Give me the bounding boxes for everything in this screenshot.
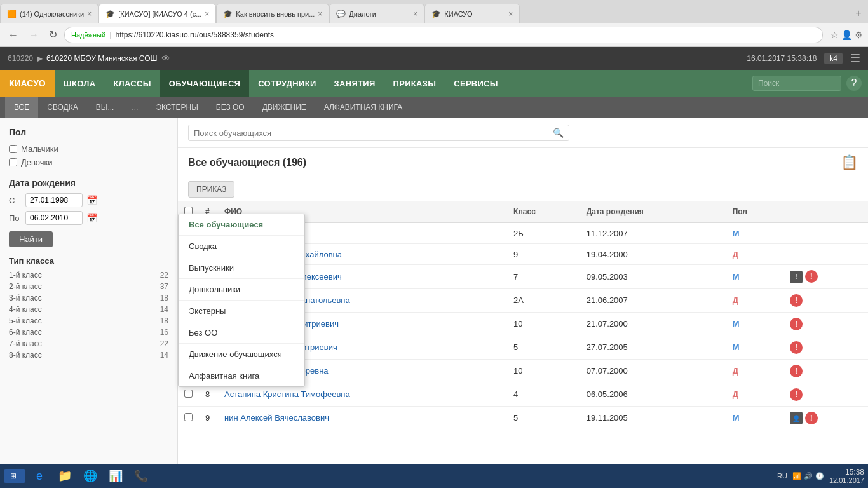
- row-gender-0: М: [726, 222, 783, 244]
- tab-close-tab3[interactable]: ×: [318, 10, 322, 18]
- browser-tab-tab3[interactable]: 🎓 Как вносить вновь при... ×: [216, 4, 329, 23]
- start-button[interactable]: ⊞: [4, 469, 25, 483]
- person-icon[interactable]: 👤: [790, 412, 803, 424]
- search-input[interactable]: [194, 128, 553, 138]
- dropdown-menu[interactable]: Все обучающиесяСводкаВыпускникиДошкольни…: [178, 214, 305, 387]
- info-icon[interactable]: !: [790, 271, 803, 283]
- row-checkbox-8[interactable]: [178, 406, 199, 430]
- dropdown-item-external[interactable]: Экстерны: [179, 301, 304, 322]
- new-tab-button[interactable]: +: [849, 4, 868, 23]
- dropdown-item-alphabet[interactable]: Алфавитная книга: [179, 365, 304, 386]
- profile-button[interactable]: 👤: [841, 30, 852, 40]
- nav-search-input[interactable]: [752, 76, 841, 91]
- taskbar-viber-btn[interactable]: 📞: [130, 466, 153, 485]
- taskbar-btn4[interactable]: 📊: [104, 466, 127, 485]
- row-alerts-4: !: [783, 312, 868, 336]
- reload-button[interactable]: ↻: [46, 27, 60, 42]
- tab-close-tab2[interactable]: ×: [205, 10, 209, 18]
- nav-search: ?: [752, 76, 868, 91]
- class-type-label-6: 7-й класс: [9, 339, 42, 348]
- nav-item-staff[interactable]: СОТРУДНИКИ: [249, 70, 325, 97]
- order-button[interactable]: ПРИКАЗ: [188, 181, 234, 198]
- nav-item-lessons[interactable]: ЗАНЯТИЯ: [325, 70, 384, 97]
- warn-icon[interactable]: !: [790, 341, 803, 354]
- dropdown-item-movement[interactable]: Движение обучающихся: [179, 344, 304, 365]
- warn-icon[interactable]: !: [790, 388, 803, 401]
- help-button[interactable]: ?: [846, 76, 862, 91]
- address-field[interactable]: Надёжный | https://610220.kiasuo.ru/ous/…: [64, 27, 823, 43]
- browser-tab-tab4[interactable]: 💬 Диалоги ×: [329, 4, 424, 23]
- taskbar-ie-btn[interactable]: e: [28, 466, 51, 485]
- sub-nav-item-graduates[interactable]: ВЫ...: [87, 97, 123, 118]
- sub-nav-item-preschool[interactable]: ...: [123, 97, 147, 118]
- nav-item-orders[interactable]: ПРИКАЗЫ: [384, 70, 445, 97]
- class-type-row-3[interactable]: 4-й класс 14: [9, 304, 168, 315]
- calendar-from-icon[interactable]: 📅: [86, 195, 99, 205]
- male-checkbox[interactable]: [9, 145, 17, 153]
- dropdown-item-all[interactable]: Все обучающиеся: [179, 214, 304, 236]
- tab-close-tab4[interactable]: ×: [413, 10, 417, 18]
- sub-nav-item-noorg[interactable]: БЕЗ ОО: [207, 97, 254, 118]
- dropdown-item-noorg[interactable]: Без ОО: [179, 322, 304, 344]
- tab-title-tab5: КИАСУО: [444, 10, 505, 18]
- tab-close-tab5[interactable]: ×: [508, 10, 513, 18]
- date-to-input[interactable]: [25, 211, 83, 225]
- dropdown-item-preschool[interactable]: Дошкольники: [179, 279, 304, 301]
- class-type-row-0[interactable]: 1-й класс 22: [9, 269, 168, 281]
- warn-icon[interactable]: !: [805, 412, 818, 424]
- row-name-8[interactable]: нин Алексей Вячеславович: [218, 406, 507, 430]
- taskbar-chrome-btn[interactable]: 🌐: [79, 466, 102, 485]
- sub-nav: ВСЕСВОДКАВЫ......ЭКСТЕРНЫБЕЗ ООДВИЖЕНИЕА…: [0, 97, 868, 118]
- table-row[interactable]: 9 нин Алексей Вячеславович 5 19.11.2005 …: [178, 406, 868, 430]
- forward-button[interactable]: →: [25, 28, 42, 42]
- warn-icon[interactable]: !: [790, 318, 803, 330]
- nav-item-classes[interactable]: КЛАССЫ: [104, 70, 159, 97]
- row-class-4: 10: [507, 312, 580, 336]
- female-option[interactable]: Девочки: [9, 156, 168, 169]
- brand-logo[interactable]: КИАСУО: [0, 70, 55, 97]
- find-button[interactable]: Найти: [9, 231, 53, 247]
- male-option[interactable]: Мальчики: [9, 142, 168, 156]
- date-from-input[interactable]: [25, 193, 83, 207]
- warn-icon[interactable]: !: [805, 270, 818, 283]
- taskbar-explorer-btn[interactable]: 📁: [53, 466, 76, 485]
- calendar-to-icon[interactable]: 📅: [86, 213, 99, 223]
- extensions-button[interactable]: ⚙: [855, 30, 863, 40]
- class-type-row-4[interactable]: 5-й класс 18: [9, 315, 168, 327]
- tab-title-tab1: (14) Одноклассники: [20, 10, 84, 18]
- female-checkbox[interactable]: [9, 158, 17, 166]
- hamburger-menu[interactable]: ☰: [850, 51, 860, 65]
- dropdown-item-graduates[interactable]: Выпускники: [179, 257, 304, 279]
- class-type-row-6[interactable]: 7-й класс 22: [9, 338, 168, 349]
- male-label: Мальчики: [21, 144, 58, 154]
- browser-tab-tab2[interactable]: 🎓 [КИАСУО] [КИАСУО 4 (с... ×: [98, 4, 216, 23]
- warn-icon[interactable]: !: [790, 294, 803, 307]
- school-id[interactable]: 610220: [8, 54, 33, 63]
- class-type-row-2[interactable]: 3-й класс 18: [9, 292, 168, 304]
- browser-tab-tab1[interactable]: 🟧 (14) Одноклассники ×: [0, 4, 98, 23]
- nav-item-students[interactable]: ОБУЧАЮЩИЕСЯ: [160, 70, 249, 97]
- nav-item-services[interactable]: СЕРВИСЫ: [445, 70, 507, 97]
- school-name[interactable]: 610220 МБОУ Мининская СОШ: [46, 54, 158, 63]
- bookmark-button[interactable]: ☆: [831, 30, 839, 40]
- sub-nav-item-movement[interactable]: ДВИЖЕНИЕ: [254, 97, 315, 118]
- browser-tab-tab5[interactable]: 🎓 КИАСУО ×: [424, 4, 520, 23]
- nav-item-school[interactable]: ШКОЛА: [55, 70, 105, 97]
- back-button[interactable]: ←: [5, 28, 22, 42]
- viber-icon: 📞: [134, 469, 148, 483]
- row-alerts-3: !: [783, 288, 868, 312]
- tab-close-tab1[interactable]: ×: [87, 10, 92, 18]
- class-type-row-1[interactable]: 2-й класс 37: [9, 281, 168, 292]
- row-alerts-1: [783, 244, 868, 265]
- dropdown-item-summary[interactable]: Сводка: [179, 236, 304, 257]
- search-bar[interactable]: 🔍: [188, 125, 569, 141]
- class-type-row-5[interactable]: 6-й класс 16: [9, 327, 168, 338]
- sub-nav-item-summary[interactable]: СВОДКА: [38, 97, 86, 118]
- sub-nav-item-external[interactable]: ЭКСТЕРНЫ: [147, 97, 207, 118]
- class-type-row-7[interactable]: 8-й класс 14: [9, 349, 168, 361]
- sub-nav-item-all[interactable]: ВСЕ: [5, 97, 38, 118]
- eye-icon[interactable]: 👁: [161, 53, 170, 64]
- sub-nav-item-alphabet[interactable]: АЛФАВИТНАЯ КНИГА: [315, 97, 411, 118]
- export-button[interactable]: 📋: [841, 154, 858, 171]
- warn-icon[interactable]: !: [790, 365, 803, 377]
